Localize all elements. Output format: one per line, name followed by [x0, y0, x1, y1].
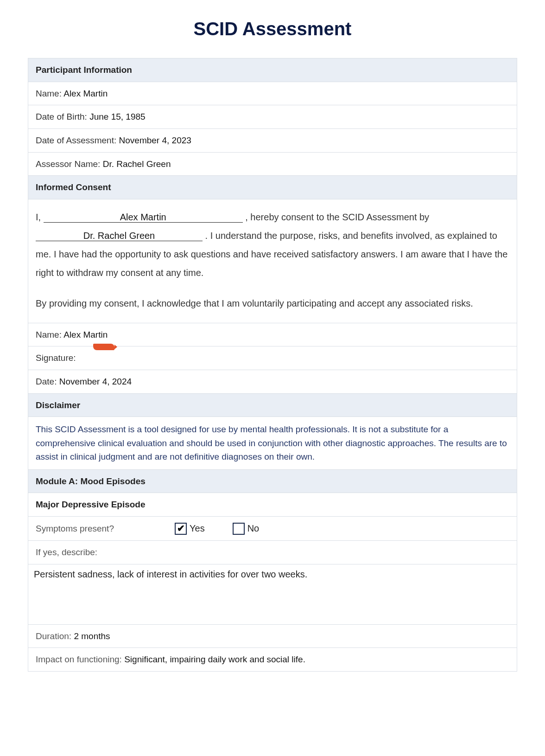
- mde-impact-value[interactable]: Significant, impairing daily work and so…: [124, 654, 305, 664]
- consent-name-value[interactable]: Alex Martin: [63, 330, 108, 340]
- section-informed-consent: Informed Consent: [28, 175, 517, 199]
- label-yes: Yes: [190, 522, 205, 535]
- consent-p1b: , hereby consent to the SCID Assessment …: [245, 212, 429, 222]
- consent-text: I, Alex Martin , hereby consent to the S…: [28, 199, 517, 323]
- consent-signature-row: Signature:: [28, 346, 517, 370]
- name-value[interactable]: Alex Martin: [63, 89, 108, 98]
- consent-date-row: Date: November 4, 2024: [28, 370, 517, 393]
- disclaimer-body: This SCID Assessment is a tool designed …: [28, 416, 517, 469]
- consent-fill-assessor[interactable]: Dr. Rachel Green: [36, 231, 203, 241]
- sig-mark-icon: [93, 344, 114, 350]
- section-module-a: Module A: Mood Episodes: [28, 469, 517, 493]
- section-disclaimer: Disclaimer: [28, 393, 517, 417]
- checkbox-yes[interactable]: ✔: [175, 523, 187, 535]
- subsection-mde: Major Depressive Episode: [28, 493, 517, 516]
- consent-fill-name[interactable]: Alex Martin: [44, 212, 243, 223]
- mde-impact-row: Impact on functioning: Significant, impa…: [28, 647, 517, 671]
- mde-symptoms-label: Symptoms present?: [36, 523, 175, 535]
- page-title: SCID Assessment: [28, 19, 517, 39]
- mde-duration-value[interactable]: 2 months: [74, 631, 110, 641]
- mde-duration-row: Duration: 2 months: [28, 624, 517, 648]
- assessor-value[interactable]: Dr. Rachel Green: [103, 159, 171, 169]
- consent-p1a: I,: [36, 212, 41, 222]
- assessor-label: Assessor Name:: [36, 159, 100, 169]
- mde-describe-label: If yes, describe:: [36, 547, 97, 557]
- mde-duration-label: Duration:: [36, 631, 71, 641]
- mde-symptoms-row: Symptoms present? ✔ Yes No: [28, 516, 517, 540]
- section-participant-info: Participant Information: [28, 58, 517, 82]
- dob-label: Date of Birth:: [36, 112, 87, 122]
- consent-p2: By providing my consent, I acknowledge t…: [36, 294, 509, 313]
- label-no: No: [247, 522, 260, 535]
- form-table: Participant Information Name: Alex Marti…: [28, 58, 517, 672]
- doa-value[interactable]: November 4, 2023: [119, 135, 191, 145]
- consent-date-label: Date:: [36, 377, 57, 386]
- consent-name-label: Name:: [36, 330, 62, 340]
- consent-date-value[interactable]: November 4, 2024: [59, 377, 132, 386]
- field-doa: Date of Assessment: November 4, 2023: [28, 128, 517, 152]
- disclaimer-text: This SCID Assessment is a tool designed …: [36, 424, 507, 461]
- consent-name-row: Name: Alex Martin: [28, 323, 517, 346]
- mde-describe-label-row: If yes, describe:: [28, 540, 517, 564]
- field-dob: Date of Birth: June 15, 1985: [28, 105, 517, 128]
- name-label: Name:: [36, 89, 62, 98]
- dob-value[interactable]: June 15, 1985: [89, 112, 145, 122]
- doa-label: Date of Assessment:: [36, 135, 116, 145]
- mde-describe-value[interactable]: Persistent sadness, lack of interest in …: [28, 564, 517, 624]
- field-assessor: Assessor Name: Dr. Rachel Green: [28, 152, 517, 176]
- checkbox-no[interactable]: [233, 523, 245, 535]
- field-name: Name: Alex Martin: [28, 82, 517, 105]
- consent-sig-label: Signature:: [36, 353, 76, 363]
- mde-impact-label: Impact on functioning:: [36, 654, 122, 664]
